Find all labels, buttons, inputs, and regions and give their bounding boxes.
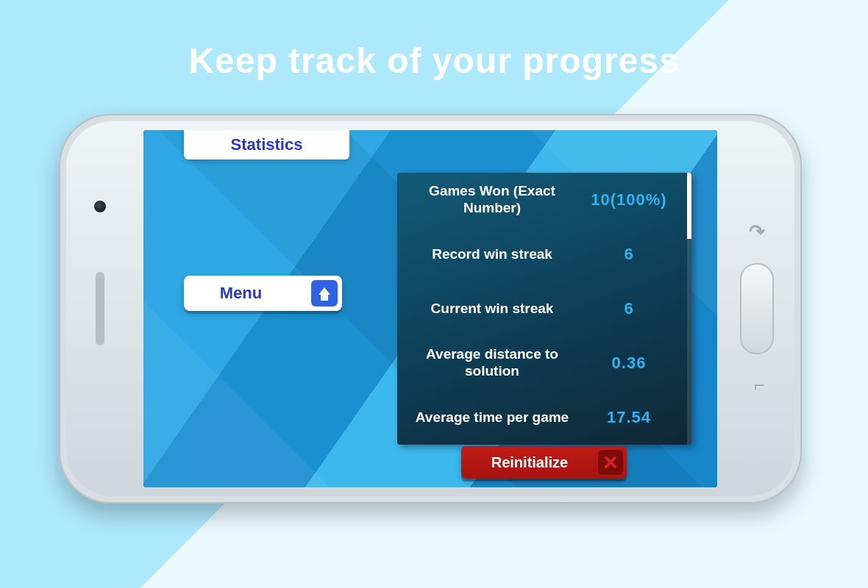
- stat-value: 0.36: [577, 354, 681, 373]
- stat-row: Record win streak 6: [397, 227, 691, 282]
- stat-value: 10(100%): [577, 190, 681, 209]
- reinitialize-button[interactable]: Reinitialize: [461, 446, 627, 478]
- phone-camera: [94, 201, 106, 212]
- stat-label: Current win streak: [408, 301, 577, 318]
- stats-panel: Games Won (Exact Number) 10(100%) Record…: [397, 173, 691, 445]
- stat-row: Current win streak 6: [397, 282, 691, 336]
- stat-value: 17.54: [577, 408, 681, 427]
- recent-icon: ⌐: [754, 374, 765, 397]
- promo-background: Keep track of your progress ↶ ⌐ Statisti…: [0, 0, 868, 588]
- panel-scrollbar[interactable]: [687, 173, 691, 445]
- stat-label: Average time per game: [408, 409, 577, 426]
- stat-label: Average distance to solution: [408, 346, 577, 380]
- stat-label: Record win streak: [408, 246, 577, 263]
- stat-row: Average time per game 17.54: [397, 390, 691, 445]
- phone-home-button: [740, 263, 774, 354]
- stat-value: 6: [577, 299, 681, 318]
- menu-button[interactable]: Menu: [184, 276, 342, 311]
- scrollbar-thumb[interactable]: [687, 173, 691, 239]
- stat-value: 6: [577, 245, 681, 264]
- stat-row: Games Won (Exact Number) 10(100%): [397, 173, 691, 227]
- statistics-tab-label: Statistics: [231, 135, 303, 154]
- home-icon: [311, 280, 338, 306]
- statistics-tab[interactable]: Statistics: [184, 130, 349, 159]
- back-icon: ↶: [749, 220, 765, 243]
- menu-button-label: Menu: [184, 284, 298, 303]
- promo-headline: Keep track of your progress: [0, 40, 868, 81]
- stat-row: Average distance to solution 0.36: [397, 336, 691, 390]
- phone-speaker: [96, 272, 104, 345]
- close-icon: [598, 450, 623, 475]
- stat-label: Games Won (Exact Number): [408, 183, 577, 217]
- phone-mockup: ↶ ⌐ Statistics Menu Games Won (Exact Num…: [59, 114, 802, 503]
- app-screen: Statistics Menu Games Won (Exact Number)…: [143, 130, 717, 487]
- reinitialize-label: Reinitialize: [461, 454, 598, 471]
